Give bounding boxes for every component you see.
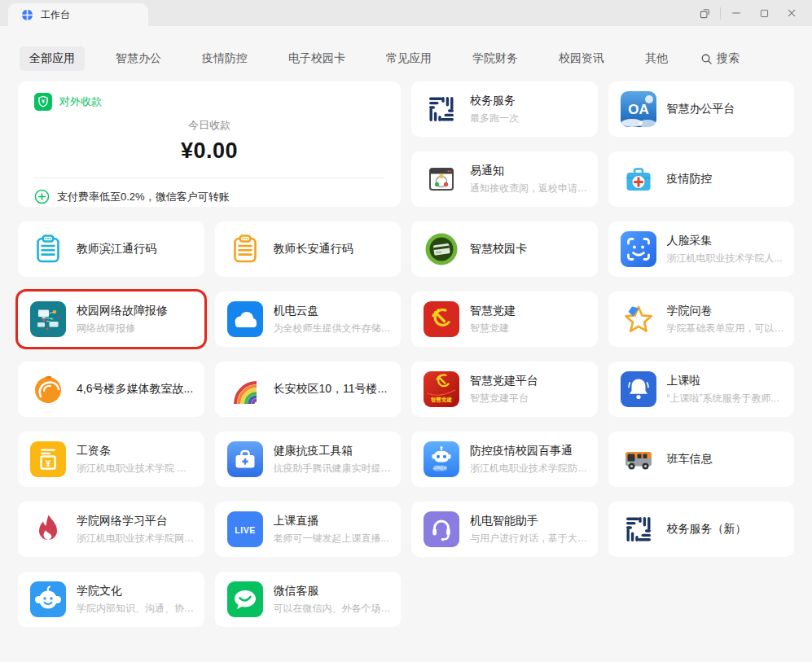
tile-title: 健康抗疫工具箱 [274,444,392,458]
bell-icon [621,371,656,407]
tile-changan-pass[interactable]: 教师长安通行码 [215,221,402,277]
tile-title: 4,6号楼多媒体教室故... [77,382,195,397]
tile-easy-notice[interactable]: 易通知通知接收查阅，返校申请填... [411,151,598,207]
rainbow-icon [227,371,263,407]
tile-survey[interactable]: 学院问卷学院基础表单应用，可以广... [608,292,795,347]
close-button[interactable] [778,0,805,26]
tile-smart-office-oa[interactable]: OA智慧办公平台 [608,81,795,137]
bus-icon [621,441,656,477]
tab-title: 工作台 [41,8,70,22]
tile-binjiang-pass[interactable]: 教师滨江通行码 [18,221,204,277]
tile-bus-info[interactable]: 班车信息 [608,432,795,487]
epidemic-icon [621,161,656,197]
minimize-button[interactable] [722,0,750,26]
oa-icon: OA [621,91,656,127]
tile-health-toolbox[interactable]: 健康抗疫工具箱抗疫助手腾讯健康实时提供... [215,432,402,487]
tile-title: 班车信息 [667,452,785,467]
tile-subtitle: 抗疫助手腾讯健康实时提供... [274,462,392,476]
nav-tab-e-campus-card[interactable]: 电子校园卡 [279,46,355,71]
tile-classroom-fault[interactable]: 4,6号楼多媒体教室故... [18,362,204,417]
tile-subtitle: 为全校师生提供文件存储共... [274,322,392,335]
notice-icon [424,161,459,197]
tile-title: 智慧党建平台 [470,374,588,388]
tile-epidemic-qa[interactable]: 点我咨询防控疫情校园百事通浙江机电职业技术学院防控... [411,432,598,487]
search-button[interactable]: 搜索 [700,51,740,66]
tile-subtitle: 浙江机电职业技术学院 动... [77,462,195,476]
gov-service-icon [424,91,459,127]
live-icon: LIVE [227,511,263,547]
tile-subtitle: 与用户进行对话，基于大量... [470,532,588,546]
payment-card[interactable]: ¥ 对外收款 今日收款 ¥0.00 支付费率低至0.2%，微信客户可转账 [18,81,401,207]
tile-subtitle: 智慧党建 [470,322,588,335]
tile-title: 智慧党建 [470,304,588,318]
window-controls [691,0,805,26]
robot-icon: 点我咨询 [424,441,459,477]
payment-promo[interactable]: 支付费率低至0.2%，微信客户可转账 [34,189,384,204]
tile-subtitle: 网络故障报修 [77,322,195,335]
workbench-tab[interactable]: 工作台 [8,3,148,26]
tile-wechat-service[interactable]: 微信客服可以在微信内、外各个场景... [215,572,402,627]
tile-subtitle: 浙江机电职业技术学院人... [667,252,785,265]
plus-circle-icon [34,189,50,204]
tile-live-class[interactable]: LIVE上课直播老师可一键发起上课直播... [215,502,402,557]
nav-tab-finance[interactable]: 学院财务 [463,46,528,71]
toolbox-icon [227,441,263,477]
tile-campus-card[interactable]: 智慧校园卡 [411,221,598,277]
swirl-icon [30,371,66,407]
payslip-icon: ¥ [30,441,66,477]
tile-party-build[interactable]: 智慧党建智慧党建 [411,292,598,347]
tile-culture[interactable]: 学院文化学院内部知识、沟通、协作... [18,572,204,627]
tile-title: 智慧办公平台 [667,102,785,116]
tile-party-platform[interactable]: 智慧党建智慧党建平台智慧党建平台 [411,362,598,417]
tile-title: 易通知 [470,164,588,178]
tile-changan-building[interactable]: 长安校区10，11号楼... [215,362,402,417]
flame-icon [30,511,66,547]
tile-title: 教师滨江通行码 [77,242,195,256]
nav-tab-smart-office[interactable]: 智慧办公 [106,46,171,71]
tile-subtitle: 浙江机电职业技术学院网络... [77,532,195,546]
divider [34,178,384,178]
tile-school-affairs[interactable]: 校务服务最多跑一次 [411,81,598,137]
nav-tab-common-apps[interactable]: 常见应用 [376,46,441,71]
survey-icon [621,301,656,337]
tile-network-repair[interactable]: 校园网络故障报修网络故障报修 [18,292,204,347]
monkey-icon [30,581,66,617]
tile-subtitle: 学院内部知识、沟通、协作... [77,602,195,616]
tile-epidemic-control[interactable]: 疫情防控 [608,151,795,207]
tile-learning-platform[interactable]: 学院网络学习平台浙江机电职业技术学院网络... [18,502,204,557]
maximize-button[interactable] [750,0,778,26]
tile-title: 学院文化 [77,584,195,598]
tile-cloud-disk[interactable]: 机电云盘为全校师生提供文件存储共... [215,292,402,347]
tile-subtitle: 学院基础表单应用，可以广... [667,322,785,335]
promo-text: 支付费率低至0.2%，微信客户可转账 [57,190,230,204]
tile-face-collect[interactable]: 人脸采集浙江机电职业技术学院人... [608,221,795,277]
tile-title: 疫情防控 [667,172,785,186]
tile-title: 校务服务 [470,94,588,108]
nav-tab-other[interactable]: 其他 [635,46,678,71]
tile-title: 上课直播 [274,514,392,528]
tile-title: 防控疫情校园百事通 [470,444,588,458]
nav-tabs: 全部应用智慧办公疫情防控电子校园卡常见应用学院财务校园资讯其他 搜索 [20,46,792,71]
nav-tab-epidemic[interactable]: 疫情防控 [192,46,257,71]
tile-title: 校园网络故障报修 [77,304,195,318]
popout-button[interactable] [691,0,718,26]
tile-subtitle: 老师可一键发起上课直播... [274,532,392,546]
tile-class-bell[interactable]: 上课啦“上课啦”系统服务于教师... [608,362,795,417]
today-amount: ¥0.00 [34,138,384,164]
tile-title: 校务服务（新） [667,522,785,537]
tile-title: 教师长安通行码 [274,242,392,256]
tile-school-affairs-new[interactable]: 校务服务（新） [608,502,795,557]
tile-title: 机电智能助手 [470,514,588,528]
nav-tab-all-apps[interactable]: 全部应用 [20,46,85,71]
svg-text:¥: ¥ [46,458,51,468]
tile-ai-assistant[interactable]: 机电智能助手与用户进行对话，基于大量... [411,502,598,557]
headset-icon [424,511,459,547]
nav-tab-campus-news[interactable]: 校园资讯 [549,46,614,71]
tile-title: 机电云盘 [274,304,392,318]
tile-payslip[interactable]: ¥工资条浙江机电职业技术学院 动... [18,432,204,487]
party-platform-icon: 智慧党建 [424,371,459,407]
window-divider [720,7,721,20]
campus-card-icon [424,231,459,267]
svg-text:智慧党建: 智慧党建 [430,397,453,403]
app-grid: ¥ 对外收款 今日收款 ¥0.00 支付费率低至0.2%，微信客户可转账 校务服… [18,81,794,627]
